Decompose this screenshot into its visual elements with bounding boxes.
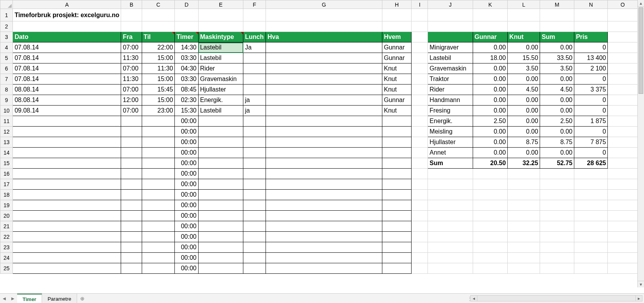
cell-C17[interactable] xyxy=(142,179,175,190)
cell-H20[interactable] xyxy=(382,211,411,221)
summary-pris-8[interactable]: 3 375 xyxy=(574,85,608,95)
cell-B25[interactable] xyxy=(121,263,142,274)
cell-L2[interactable] xyxy=(508,21,540,32)
summary-label-8[interactable]: Rider xyxy=(428,85,473,95)
scroll-down-icon[interactable]: ▼ xyxy=(638,281,644,287)
cell-O1[interactable] xyxy=(608,9,638,21)
vscroll-thumb[interactable] xyxy=(639,7,643,94)
summary-gunnar-8[interactable]: 0.00 xyxy=(473,85,507,95)
summary-label-5[interactable]: Lastebil xyxy=(428,53,473,63)
row-header-17[interactable]: 17 xyxy=(0,179,13,190)
summary-sum-12[interactable]: 0.00 xyxy=(540,127,574,137)
cell-F2[interactable] xyxy=(243,21,266,32)
cell-maskin-8[interactable]: Hjullaster xyxy=(198,85,243,95)
cell-til-6[interactable]: 11:30 xyxy=(142,63,175,74)
cell-G16[interactable] xyxy=(266,169,382,179)
summary-gunnar-14[interactable]: 0.00 xyxy=(473,148,507,158)
cell-I23[interactable] xyxy=(412,242,428,253)
cell-M1[interactable] xyxy=(540,9,574,21)
cell-C23[interactable] xyxy=(142,242,175,253)
cell-C22[interactable] xyxy=(142,232,175,242)
summary-knut-7[interactable]: 0.00 xyxy=(508,74,540,85)
cell-maskin-4[interactable]: Lastebil xyxy=(198,42,243,53)
cell-M21[interactable] xyxy=(540,221,574,232)
cell-F23[interactable] xyxy=(243,242,266,253)
cell-H14[interactable] xyxy=(382,148,411,158)
cell-H1[interactable] xyxy=(382,9,411,21)
cell-dato-10[interactable]: 09.08.14 xyxy=(13,106,121,116)
cell-I6[interactable] xyxy=(412,63,428,74)
col-header-M[interactable]: M xyxy=(540,0,574,9)
cell-J24[interactable] xyxy=(428,253,473,263)
summary-knut-8[interactable]: 4.50 xyxy=(508,85,540,95)
summary-pris-13[interactable]: 7 875 xyxy=(574,137,608,148)
row-header-13[interactable]: 13 xyxy=(0,137,13,148)
cell-C25[interactable] xyxy=(142,263,175,274)
col-header-G[interactable]: G xyxy=(266,0,382,9)
cell-E16[interactable] xyxy=(198,169,243,179)
cell-fra-9[interactable]: 12:00 xyxy=(121,95,142,106)
cell-maskin-9[interactable]: Energik. xyxy=(198,95,243,106)
row-header-22[interactable]: 22 xyxy=(0,232,13,242)
summary-pris-7[interactable]: 0 xyxy=(574,74,608,85)
cell-I15[interactable] xyxy=(412,158,428,169)
cell-timer-15[interactable]: 00:00 xyxy=(175,158,198,169)
cell-H2[interactable] xyxy=(382,21,411,32)
hscroll-left-icon[interactable]: ◄ xyxy=(471,296,477,301)
cell-G1[interactable] xyxy=(266,9,382,21)
col-header-B[interactable]: B xyxy=(121,0,142,9)
cell-K16[interactable] xyxy=(473,169,507,179)
row-header-2[interactable]: 2 xyxy=(0,21,13,32)
cell-G11[interactable] xyxy=(266,116,382,127)
row-header-25[interactable]: 25 xyxy=(0,263,13,274)
cell-timer-17[interactable]: 00:00 xyxy=(175,179,198,190)
summary-label-12[interactable]: Meisling xyxy=(428,127,473,137)
cell-O16[interactable] xyxy=(608,169,638,179)
cell-lunch-4[interactable]: Ja xyxy=(243,42,266,53)
cell-fra-8[interactable]: 07:00 xyxy=(121,85,142,95)
cell-H23[interactable] xyxy=(382,242,411,253)
cell-H17[interactable] xyxy=(382,179,411,190)
cell-N2[interactable] xyxy=(574,21,608,32)
summary-knut-12[interactable]: 0.00 xyxy=(508,127,540,137)
cell-O7[interactable] xyxy=(608,74,638,85)
row-header-24[interactable]: 24 xyxy=(0,253,13,263)
main-header-maskintype[interactable]: Maskintype xyxy=(198,32,243,42)
cell-N24[interactable] xyxy=(574,253,608,263)
cell-I24[interactable] xyxy=(412,253,428,263)
cell-J2[interactable] xyxy=(428,21,473,32)
cell-A24[interactable] xyxy=(13,253,121,263)
cell-timer-6[interactable]: 04:30 xyxy=(175,63,198,74)
summary-knut-14[interactable]: 0.00 xyxy=(508,148,540,158)
cell-L24[interactable] xyxy=(508,253,540,263)
cell-dato-7[interactable]: 07.08.14 xyxy=(13,74,121,85)
row-header-8[interactable]: 8 xyxy=(0,85,13,95)
summary-pris-14[interactable]: 0 xyxy=(574,148,608,158)
summary-sum-5[interactable]: 33.50 xyxy=(540,53,574,63)
row-header-16[interactable]: 16 xyxy=(0,169,13,179)
cell-I12[interactable] xyxy=(412,127,428,137)
cell-dato-4[interactable]: 07.08.14 xyxy=(13,42,121,53)
cell-C21[interactable] xyxy=(142,221,175,232)
cell-J1[interactable] xyxy=(428,9,473,21)
summary-gunnar-10[interactable]: 0.00 xyxy=(473,106,507,116)
summary-total-sum[interactable]: 52.75 xyxy=(540,158,574,169)
cell-F18[interactable] xyxy=(243,190,266,200)
cell-L19[interactable] xyxy=(508,200,540,211)
summary-sum-7[interactable]: 0.00 xyxy=(540,74,574,85)
sheet-tab-parametre[interactable]: Parametre xyxy=(42,294,77,303)
summary-total-pris[interactable]: 28 625 xyxy=(574,158,608,169)
summary-sum-9[interactable]: 0.00 xyxy=(540,95,574,106)
col-header-F[interactable]: F xyxy=(243,0,266,9)
summary-sum-13[interactable]: 8.75 xyxy=(540,137,574,148)
cell-O8[interactable] xyxy=(608,85,638,95)
cell-E13[interactable] xyxy=(198,137,243,148)
row-header-5[interactable]: 5 xyxy=(0,53,13,63)
cell-O5[interactable] xyxy=(608,53,638,63)
cell-L22[interactable] xyxy=(508,232,540,242)
cell-L25[interactable] xyxy=(508,263,540,274)
cell-A16[interactable] xyxy=(13,169,121,179)
cell-A13[interactable] xyxy=(13,137,121,148)
cell-O9[interactable] xyxy=(608,95,638,106)
summary-gunnar-6[interactable]: 0.00 xyxy=(473,63,507,74)
